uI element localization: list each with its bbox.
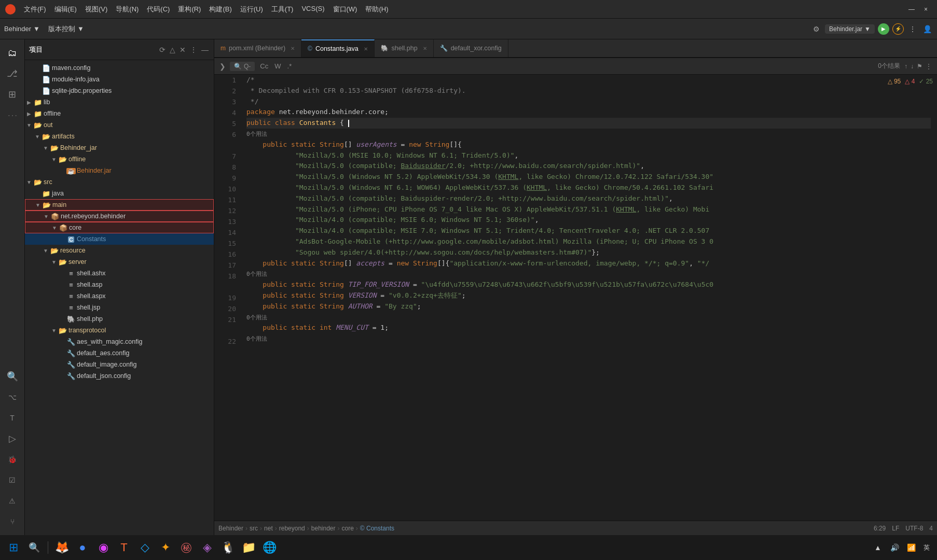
tree-item-offline2[interactable]: ▼📂offline: [25, 153, 214, 165]
indent-size[interactable]: 4: [929, 525, 933, 532]
tree-item-shell_aspx[interactable]: ≡shell.aspx: [25, 290, 214, 302]
tree-item-default_json[interactable]: 🔧default_json.config: [25, 370, 214, 382]
sidebar-refresh-icon[interactable]: ⟳: [158, 45, 167, 55]
breadcrumb-toggle-icon[interactable]: ❯: [218, 61, 227, 72]
more-options-icon[interactable]: ⋮: [907, 23, 918, 35]
menu-item[interactable]: 帮助(H): [362, 4, 391, 15]
sidebar-collapse-icon[interactable]: △: [169, 45, 176, 55]
warning-count[interactable]: △ 95: [888, 78, 901, 85]
menu-item[interactable]: 文件(F): [21, 4, 49, 15]
next-result-icon[interactable]: ↓: [910, 62, 915, 71]
code-content[interactable]: /* * Decompiled with CFR 0.153-SNAPSHOT …: [240, 75, 937, 521]
taskbar-app2[interactable]: ◈: [198, 538, 216, 557]
windows-start-button[interactable]: ⊞: [4, 538, 23, 557]
whole-word-icon[interactable]: W: [272, 61, 283, 71]
sidebar-more-icon[interactable]: ⋮: [189, 45, 198, 55]
vcs-view-icon[interactable]: ⑂: [3, 512, 22, 531]
search-view-icon[interactable]: 🔍: [3, 367, 22, 386]
warning-view-icon[interactable]: ⚠: [3, 492, 22, 510]
tree-item-core[interactable]: ▼📦core: [25, 222, 214, 233]
tree-item-default_aes[interactable]: 🔧default_aes.config: [25, 347, 214, 359]
tree-item-server[interactable]: ▼📂server: [25, 256, 214, 268]
git-view-icon[interactable]: ⎇: [3, 64, 22, 83]
tree-item-maven[interactable]: 📄maven.config: [25, 62, 214, 74]
line-separator[interactable]: LF: [892, 525, 899, 532]
more-views-icon[interactable]: ⋯: [3, 106, 22, 124]
tree-item-module-info[interactable]: 📄module-info.java: [25, 74, 214, 85]
menu-item[interactable]: 工具(T): [268, 4, 297, 15]
breadcrumb-src[interactable]: src: [250, 525, 258, 532]
error-count[interactable]: △ 4: [905, 78, 915, 85]
breadcrumb-constants[interactable]: © Constants: [360, 525, 394, 532]
check-count[interactable]: ✓ 25: [919, 78, 933, 85]
tab-constants[interactable]: © Constants.java ✕: [301, 39, 375, 57]
menu-item[interactable]: 代码(C): [144, 4, 173, 15]
close-button[interactable]: ×: [920, 5, 932, 14]
tree-item-lib[interactable]: ▶📁lib: [25, 96, 214, 108]
tab-shellphp-close[interactable]: ✕: [423, 46, 427, 51]
run-config-selector[interactable]: Behinder.jar ▼: [825, 24, 875, 34]
system-clock[interactable]: 英: [920, 542, 933, 553]
taskbar-intellij[interactable]: ㊙: [177, 538, 196, 557]
settings-icon[interactable]: ⚙: [810, 23, 822, 35]
layers-view-icon[interactable]: ⊞: [3, 85, 22, 104]
taskbar-chat[interactable]: ◇: [135, 538, 154, 557]
tree-item-shell_jsp[interactable]: ≡shell.jsp: [25, 302, 214, 313]
menu-item[interactable]: VCS(S): [298, 4, 327, 15]
sidebar-close-icon[interactable]: ✕: [178, 45, 187, 55]
bookmark-view-icon[interactable]: ☑: [3, 471, 22, 489]
sidebar-minimize-icon[interactable]: —: [200, 45, 210, 55]
prev-result-icon[interactable]: ↑: [903, 62, 908, 71]
tree-item-out[interactable]: ▼📂out: [25, 119, 214, 131]
tab-constants-close[interactable]: ✕: [364, 46, 368, 52]
debug-button[interactable]: ⚡: [892, 23, 904, 35]
tree-item-constants[interactable]: CConstants: [25, 233, 214, 245]
tab-defaultxor[interactable]: 🔧 default_xor.config: [434, 39, 508, 57]
taskbar-folder[interactable]: 📁: [239, 538, 258, 557]
menu-item[interactable]: 运行(U): [237, 4, 266, 15]
project-view-icon[interactable]: 🗂: [3, 44, 22, 62]
code-editor[interactable]: 123456.789101112131415161718.192021.22. …: [214, 75, 937, 521]
network-icon[interactable]: 📶: [904, 540, 918, 555]
taskbar-search[interactable]: 🔍: [25, 538, 44, 557]
taskbar-firefox[interactable]: 🦊: [52, 538, 71, 557]
breadcrumb-behinder[interactable]: Behinder: [218, 525, 243, 532]
menu-item[interactable]: 编辑(E): [51, 4, 80, 15]
menu-item[interactable]: 构建(B): [206, 4, 235, 15]
tree-item-aes_magic[interactable]: 🔧aes_with_magic.config: [25, 336, 214, 347]
tree-item-java[interactable]: 📁java: [25, 188, 214, 199]
breadcrumb-rebeyond[interactable]: rebeyond: [279, 525, 305, 532]
tree-item-shell_php[interactable]: 🐘shell.php: [25, 313, 214, 325]
tree-item-shell_asp[interactable]: ≡shell.asp: [25, 279, 214, 290]
taskbar-qq[interactable]: 🐧: [218, 538, 237, 557]
git2-view-icon[interactable]: ⌥: [3, 388, 22, 407]
tree-item-behinder_jar[interactable]: ▼📂Behinder_jar: [25, 142, 214, 153]
tree-item-transprotocol[interactable]: ▼📂transprotocol: [25, 325, 214, 336]
taskbar-app1[interactable]: ✦: [156, 538, 175, 557]
run-view-icon[interactable]: ▷: [3, 429, 22, 448]
terminal-view-icon[interactable]: T: [3, 409, 22, 427]
filter-icon[interactable]: ⚑: [916, 62, 924, 71]
tree-item-sqlite-jdbc[interactable]: 📄sqlite-jdbc.properties: [25, 85, 214, 96]
breadcrumb-net[interactable]: net: [264, 525, 273, 532]
menu-item[interactable]: 窗口(W): [330, 4, 361, 15]
breadcrumb-core[interactable]: core: [342, 525, 354, 532]
menu-item[interactable]: 重构(R): [175, 4, 204, 15]
menu-item[interactable]: 导航(N): [113, 4, 142, 15]
volume-icon[interactable]: 🔊: [887, 540, 902, 555]
tree-item-default_image[interactable]: 🔧default_image.config: [25, 359, 214, 370]
tree-item-artifacts[interactable]: ▼📂artifacts: [25, 131, 214, 142]
tree-item-net_rebeyond_behinder[interactable]: ▼📦net.rebeyond.behinder: [25, 211, 214, 222]
more-search-icon[interactable]: ⋮: [925, 62, 933, 71]
menu-item[interactable]: 视图(V): [82, 4, 111, 15]
tab-shellphp[interactable]: 🐘 shell.php ✕: [375, 39, 434, 57]
tray-up-icon[interactable]: ▲: [871, 540, 885, 555]
taskbar-chrome[interactable]: ●: [73, 538, 92, 557]
run-button[interactable]: ▶: [878, 23, 889, 35]
tree-item-resource[interactable]: ▼📂resource: [25, 245, 214, 256]
breadcrumb-behinder2[interactable]: behinder: [311, 525, 336, 532]
editor-search[interactable]: 🔍 Q-: [230, 62, 255, 71]
taskbar-game[interactable]: ◉: [94, 538, 113, 557]
tree-item-behinder_jar_file[interactable]: ☕Behinder.jar: [25, 165, 214, 176]
regex-icon[interactable]: .*: [285, 61, 294, 71]
